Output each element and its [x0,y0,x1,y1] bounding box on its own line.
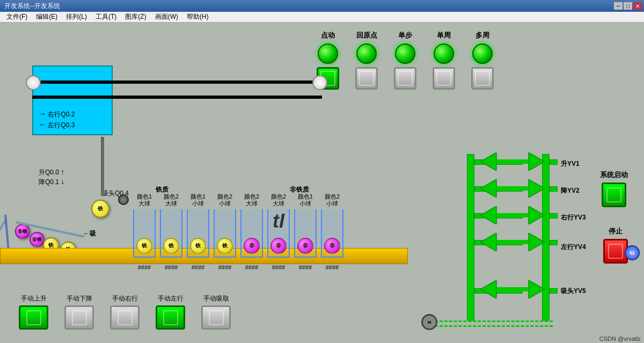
manual-left-inner [163,310,178,325]
bin-count-7: #### [294,264,317,271]
yv4-label: 左行YV4 [561,243,586,252]
bin-header-4: 颜色2小球 [214,193,236,207]
window-controls: ─ □ ✕ [614,2,642,10]
maximize-button[interactable]: □ [624,2,632,10]
system-stop-button[interactable] [603,239,628,264]
manual-left-label: 手动左行 [158,294,184,303]
bin-2: 铁 [160,209,182,258]
single-cycle-button[interactable] [433,67,455,90]
bin-5: 非 [240,209,263,258]
manual-left-button[interactable] [156,305,185,330]
step-button[interactable] [394,67,416,90]
menu-edit[interactable]: 编辑(E) [32,11,62,23]
up-arrow-icon [61,169,64,176]
pipe-h-yv3-right [550,213,558,218]
bin-1: 铁 [133,209,156,258]
svg-marker-12 [480,280,496,298]
conveyor-wheel-right [312,75,327,90]
single-cycle-led [434,43,454,64]
manual-right-group: 手动右行 [110,294,140,330]
bin-header-8: 颜色2小球 [321,193,343,207]
bin-header-3: 颜色1小球 [187,193,209,207]
multi-cycle-btn-inner [475,71,490,86]
bin-count-1: #### [133,264,156,271]
bin-count-6: #### [267,264,290,271]
system-stop-group: 停止 [603,227,628,264]
down-arrow-icon [61,178,64,186]
bin-8: 非 [321,209,343,258]
right-arrow-icon [39,111,46,118]
manual-right-button[interactable] [110,305,140,330]
manual-down-inner [72,310,87,325]
svg-marker-6 [480,206,496,224]
ramp-ball-2: 非铁 [30,232,45,247]
step-led [395,43,415,64]
manual-up-inner [26,310,41,325]
bin-header-6: 颜色2大球 [267,193,290,207]
svg-marker-3 [480,179,496,198]
right-move-label: 右行Q0.2 [39,110,75,119]
bin-count-5: #### [240,264,263,271]
motor-symbol: M [421,314,437,330]
control-group-home: 回原点 [355,31,378,90]
manual-suction-button[interactable] [201,305,231,330]
ramp-ball-1: 非铁 [15,224,30,239]
menu-file[interactable]: 文件(F) [2,11,32,23]
dashed-pipe-h [435,320,553,327]
bin-7-ball: 非 [297,238,313,254]
yv2-label: 降YV2 [561,186,580,195]
bin-4: 铁 [214,209,236,258]
start-btn-inner [606,187,621,202]
manual-left-group: 手动左行 [156,294,185,330]
down-label: 降Q0.1 [39,177,64,187]
manual-up-group: 手动上升 [19,294,48,330]
single-cycle-label: 单周 [437,31,451,40]
conveyor-belt-top [32,81,322,84]
manual-suction-group: 手动吸取 [201,294,231,330]
home-led [356,43,377,64]
multi-cycle-label: 多周 [475,31,489,40]
menu-tools[interactable]: 工具(T) [91,11,121,23]
yv1-label: 升YV1 [561,159,580,169]
step-btn-inner [398,71,413,86]
svg-marker-9 [480,233,496,251]
left-arrow-icon [39,121,46,129]
ti-display: tI [273,210,284,232]
svg-marker-10 [529,233,545,251]
menu-view[interactable]: 画面(W) [151,11,182,23]
bin-5-ball: 非 [244,238,260,254]
yv5-label: 吸头YV5 [561,287,586,296]
valve-yv4 [480,233,545,251]
bin-header-2: 颜色2大球 [160,193,182,207]
bin-count-8: #### [321,264,343,271]
jog-led [318,43,338,64]
valve-yv2 [480,179,545,198]
close-button[interactable]: ✕ [633,2,642,10]
system-start-group: 系统启动 [600,170,628,207]
pipe-h-yv5-right [550,288,558,294]
valve-yv3 [480,206,545,224]
manual-down-label: 手动下降 [67,294,92,303]
suction-head [118,194,129,205]
bin-count-4: #### [214,264,236,271]
minimize-button[interactable]: ─ [614,2,623,10]
menu-library[interactable]: 图库(Z) [121,11,150,23]
home-button[interactable] [355,67,378,90]
menu-help[interactable]: 帮助(H) [182,11,213,23]
manual-right-inner [118,310,133,325]
system-stop-label: 停止 [609,227,623,236]
status-watermark: CSDN @vrxatlz [596,334,644,343]
pipe-h-yv1-right [550,159,558,165]
bottom-controls: 手动上升 手动下降 手动右行 手动左行 手动吸取 [19,294,231,330]
control-group-single-cycle: 单周 [433,31,455,90]
manual-down-button[interactable] [64,305,94,330]
manual-right-label: 手动右行 [112,294,138,303]
menu-arrange[interactable]: 排列(L) [62,11,91,23]
svg-marker-1 [529,152,545,171]
manual-up-button[interactable] [19,305,48,330]
system-start-button[interactable] [602,183,626,207]
bin-headers: 颜色1大球 颜色2大球 颜色1小球 颜色2小球 颜色2大球 颜色2大球 颜色1小… [133,193,343,207]
bin-3: 铁 [187,209,209,258]
bin-6-ball: 非 [270,238,287,254]
multi-cycle-button[interactable] [471,67,494,90]
